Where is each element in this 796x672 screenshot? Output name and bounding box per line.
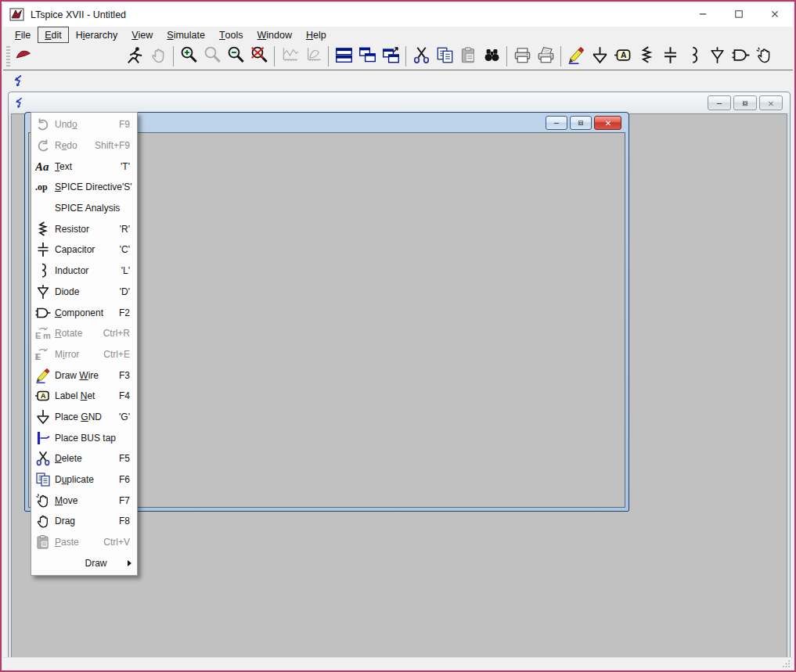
menubar-item-hierarchy[interactable]: Hierarchy	[69, 27, 125, 43]
menubar-item-view[interactable]: View	[124, 27, 160, 43]
diode-button[interactable]	[705, 45, 729, 68]
menu-item-label: SPICE Analysis	[55, 203, 137, 214]
zoom-out-button[interactable]	[224, 45, 247, 68]
place-gnd-button[interactable]	[588, 45, 611, 68]
find-button[interactable]	[480, 45, 503, 68]
cut-button[interactable]	[409, 45, 433, 68]
zoom-full-extents-button[interactable]	[247, 45, 271, 68]
menubar-item-simulate[interactable]: Simulate	[160, 27, 212, 43]
edit-menu-item-place-gnd[interactable]: Place GND'G'	[31, 407, 137, 428]
menubar-item-edit[interactable]: Edit	[38, 27, 69, 43]
toolbar-separator	[173, 46, 174, 66]
plot-pane-icon	[304, 46, 322, 67]
close-button[interactable]	[757, 3, 793, 27]
toolbar-separator	[405, 46, 406, 66]
inductor-button[interactable]	[682, 45, 705, 68]
edit-menu-item-component[interactable]: ComponentF2	[31, 302, 137, 323]
menu-item-label: Diode	[55, 286, 120, 297]
draw-wire-button[interactable]	[564, 45, 588, 68]
menu-item-label: Undo	[55, 119, 119, 130]
menu-item-label: Capacitor	[55, 244, 120, 255]
outer-minimize-button[interactable]	[708, 95, 731, 110]
edit-menu-item-resistor[interactable]: Resistor'R'	[31, 218, 137, 239]
front-minimize-button[interactable]	[546, 116, 567, 130]
copy-pages-icon	[436, 46, 454, 67]
edit-menu-item-spice-analysis[interactable]: SPICE Analysis	[31, 198, 137, 219]
label-net-icon: A	[614, 46, 632, 67]
resistor-button[interactable]	[635, 45, 658, 68]
menu-item-label: Place BUS tap	[55, 433, 137, 444]
minimize-button[interactable]	[685, 3, 721, 27]
copy-button[interactable]	[433, 45, 456, 68]
front-close-button[interactable]	[594, 116, 621, 130]
edit-menu-item-draw-wire[interactable]: Draw WireF3	[31, 365, 137, 386]
menu-item-shortcut: F7	[119, 495, 137, 506]
ltspice-doc-icon	[15, 46, 33, 67]
edit-menu-item-paste[interactable]: PasteCtrl+V	[31, 532, 137, 553]
toolbar-separator	[506, 46, 507, 66]
edit-menu-item-text[interactable]: AaText'T'	[31, 156, 137, 177]
tile-horizontal-button[interactable]	[332, 45, 355, 68]
menubar-item-window[interactable]: Window	[250, 27, 299, 43]
rotate-icon: Em	[31, 325, 55, 341]
clipboard-icon	[459, 46, 477, 67]
component-button[interactable]	[729, 45, 752, 68]
copy-pages-icon	[31, 472, 55, 487]
edit-menu-item-drag[interactable]: DragF8	[31, 511, 137, 532]
outer-restore-button[interactable]	[733, 95, 757, 110]
menubar-item-tools[interactable]: Tools	[212, 27, 250, 43]
mdi-workspace[interactable]: UndoF9RedoShift+F9AaText'T'.opSPICE Dire…	[3, 71, 793, 661]
menu-item-label: Draw	[55, 558, 137, 569]
pencil-icon	[567, 46, 585, 67]
hand-drag-icon	[31, 513, 55, 529]
toolbar-separator	[560, 46, 561, 66]
menu-item-shortcut: 'R'	[120, 224, 137, 235]
toolbar-grip[interactable]	[6, 46, 10, 66]
titlebar[interactable]: LTspice XVII - Untitled	[3, 3, 793, 27]
edit-menu-item-inductor[interactable]: Inductor'L'	[31, 261, 137, 282]
edit-menu-item-redo[interactable]: RedoShift+F9	[31, 135, 137, 156]
capacitor-button[interactable]	[658, 45, 682, 68]
inductor-icon	[31, 263, 55, 279]
edit-menu-item-delete[interactable]: DeleteF5	[31, 448, 137, 469]
menu-item-shortcut: F6	[119, 474, 137, 485]
move-button[interactable]	[752, 45, 776, 68]
edit-menu-item-spice-directive[interactable]: .opSPICE Directive'S'	[31, 177, 137, 198]
cascade-arrow-icon	[382, 46, 400, 67]
zoom-in-button[interactable]	[177, 45, 200, 68]
cascade-button[interactable]	[379, 45, 402, 68]
edit-menu-item-place-bus-tap[interactable]: Place BUS tap	[31, 427, 137, 448]
print-button[interactable]	[510, 45, 534, 68]
maximize-button[interactable]	[721, 3, 757, 27]
edit-menu-item-duplicate[interactable]: DuplicateF6	[31, 469, 137, 491]
plot-settings-button	[301, 45, 325, 68]
menu-item-label: Label Net	[55, 390, 119, 401]
window-close-icon	[770, 8, 780, 22]
tile-vertical-button[interactable]	[355, 45, 379, 68]
toolbar-separator	[274, 46, 275, 66]
outer-window-titlebar[interactable]	[9, 92, 790, 113]
halt-hand-icon	[149, 46, 167, 67]
edit-menu-item-draw[interactable]: Draw	[31, 552, 137, 573]
gnd-icon	[31, 409, 55, 425]
outer-close-button[interactable]	[759, 95, 783, 110]
edit-menu-item-capacitor[interactable]: Capacitor'C'	[31, 239, 137, 261]
edit-menu-item-move[interactable]: MoveF7	[31, 490, 137, 511]
menubar-item-help[interactable]: Help	[299, 27, 333, 43]
autorange-button	[278, 45, 301, 68]
edit-menu-item-rotate[interactable]: EmRotateCtrl+R	[31, 323, 137, 344]
front-restore-button[interactable]	[570, 116, 592, 130]
new-schematic-button[interactable]	[12, 45, 35, 68]
print-setup-button[interactable]	[534, 45, 557, 68]
svg-text:E: E	[35, 331, 41, 340]
hand-move-icon	[755, 46, 773, 67]
edit-menu-item-undo[interactable]: UndoF9	[31, 114, 137, 135]
edit-menu-item-mirror[interactable]: EEMirrorCtrl+E	[31, 344, 137, 365]
menu-item-label: Resistor	[55, 224, 120, 235]
resize-grip-icon[interactable]	[782, 658, 791, 667]
menubar-item-file[interactable]: File	[8, 27, 38, 43]
label-net-button[interactable]: A	[611, 45, 635, 68]
edit-menu-item-label-net[interactable]: ALabel NetF4	[31, 386, 137, 407]
run-button[interactable]	[123, 45, 146, 68]
edit-menu-item-diode[interactable]: Diode'D'	[31, 282, 137, 303]
